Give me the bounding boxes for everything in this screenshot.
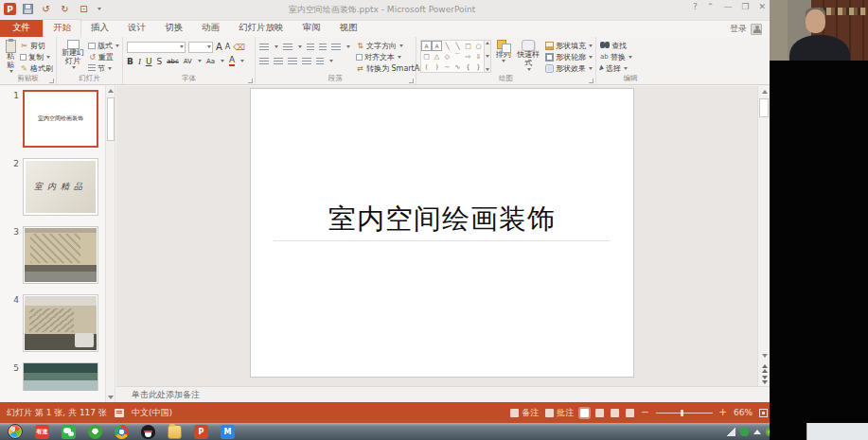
italic-button[interactable]: I (138, 57, 141, 66)
slide-3-thumbnail[interactable] (23, 226, 98, 284)
next-slide-button[interactable] (762, 376, 768, 384)
zoom-slider-thumb[interactable] (681, 410, 683, 416)
increase-indent-icon[interactable] (319, 44, 327, 51)
language-indicator[interactable]: 中文(中国) (132, 407, 172, 419)
browser-360-app-icon[interactable] (88, 425, 102, 439)
replace-button[interactable]: ab替换 (600, 51, 662, 62)
shape-rect2-icon[interactable]: □ (421, 51, 432, 62)
select-button[interactable]: 选择 (600, 62, 662, 74)
cut-button[interactable]: ✂剪切 (20, 40, 53, 51)
file-explorer-icon[interactable] (168, 425, 182, 439)
shape-rect-icon[interactable]: □ (463, 41, 473, 51)
shape-oval-icon[interactable]: ○ (473, 41, 484, 51)
zoom-percentage[interactable]: 66% (734, 408, 753, 417)
close-button[interactable]: ✕ (758, 2, 766, 11)
tray-expand-icon[interactable] (753, 430, 761, 434)
shape-diamond-icon[interactable]: ◇ (442, 51, 452, 62)
blue-m-app-icon[interactable]: M (221, 425, 235, 439)
align-left-icon[interactable] (259, 58, 269, 65)
drawing-dialog-launcher[interactable] (589, 79, 593, 83)
shape-textbox2-icon[interactable]: A (432, 41, 442, 51)
tab-insert[interactable]: 插入 (81, 20, 118, 37)
thumb-scroll-thumb[interactable] (107, 97, 115, 141)
paragraph-dialog-launcher[interactable] (409, 79, 414, 83)
thumbnail-scrollbar[interactable] (106, 86, 115, 402)
slide-4-thumbnail[interactable] (23, 294, 98, 352)
clear-formatting-button[interactable]: ⌫ (233, 43, 245, 52)
comments-toggle-button[interactable]: 批注 (545, 407, 574, 419)
align-right-icon[interactable] (288, 58, 297, 65)
shapes-gallery[interactable]: A A ╲ ╲ □ ○ □ △ ◇ ⌒ ⇨ ⇩ ( (420, 40, 485, 73)
normal-view-button[interactable] (580, 409, 589, 417)
slide-1-thumbnail[interactable]: 室内空间绘画装饰 (23, 90, 98, 148)
shape-brace-close-icon[interactable]: } (473, 62, 484, 72)
vertical-scrollbar[interactable] (757, 86, 770, 386)
paste-button[interactable]: 粘贴 (4, 40, 17, 75)
shape-fill-button[interactable]: 形状填充 (545, 40, 593, 51)
fit-to-window-button[interactable] (759, 409, 768, 417)
wechat-app-icon[interactable] (62, 425, 76, 439)
scroll-thumb[interactable] (759, 98, 769, 117)
help-button[interactable]: ? (693, 2, 698, 11)
current-slide[interactable]: 室内空间绘画装饰 (250, 88, 634, 378)
volume-icon[interactable] (727, 428, 735, 436)
tab-transitions[interactable]: 切换 (155, 20, 192, 37)
slide-2-thumbnail[interactable]: 室内精品 (23, 158, 98, 216)
arrange-button[interactable]: 排列 (495, 40, 512, 75)
shape-curve-icon[interactable]: ~ (442, 62, 452, 72)
tab-view[interactable]: 视图 (330, 20, 367, 37)
tab-home[interactable]: 开始 (43, 19, 81, 37)
bold-button[interactable]: B (127, 57, 133, 66)
tab-design[interactable]: 设计 (118, 20, 155, 37)
font-color-button[interactable]: A (229, 56, 235, 66)
chrome-app-icon[interactable] (115, 425, 129, 439)
slide-title-text[interactable]: 室内空间绘画装饰 (251, 201, 633, 238)
reading-view-button[interactable] (611, 409, 619, 417)
grow-font-button[interactable]: A (216, 42, 222, 52)
notes-toggle-button[interactable]: 备注 (510, 407, 539, 419)
font-dialog-launcher[interactable] (248, 79, 253, 83)
change-case-button[interactable]: Aa (206, 58, 215, 65)
previous-slide-button[interactable] (762, 364, 768, 373)
slideshow-view-button[interactable] (626, 409, 634, 417)
strikethrough-button[interactable]: abc (167, 58, 179, 65)
align-center-icon[interactable] (274, 58, 283, 65)
font-name-combo[interactable] (127, 42, 186, 53)
shrink-font-button[interactable]: A (225, 43, 230, 51)
shape-paren-close-icon[interactable]: ) (432, 62, 442, 72)
tab-slideshow[interactable]: 幻灯片放映 (229, 20, 293, 37)
powerpoint-taskbar-icon[interactable]: P (194, 425, 208, 439)
notes-placeholder[interactable]: 单击此处添加备注 (132, 389, 200, 401)
copy-button[interactable]: 复制 (20, 51, 53, 62)
minimize-button[interactable]: — (723, 2, 732, 11)
bullets-icon[interactable] (259, 44, 269, 51)
slide-sorter-view-button[interactable] (595, 409, 604, 417)
format-painter-button[interactable]: ✎格式刷 (20, 62, 53, 74)
tab-review[interactable]: 审阅 (293, 20, 330, 37)
quick-styles-button[interactable]: 快速样式 (516, 40, 541, 75)
justify-icon[interactable] (302, 58, 311, 65)
restore-button[interactable]: ❐ (741, 2, 749, 11)
security-shield-icon[interactable] (740, 428, 749, 436)
zoom-out-button[interactable]: − (641, 408, 648, 417)
find-button[interactable]: 查找 (600, 40, 662, 51)
tab-animations[interactable]: 动画 (192, 20, 229, 37)
notes-pane[interactable]: 单击此处添加备注 (116, 386, 770, 402)
numbering-icon[interactable] (283, 44, 292, 51)
zoom-slider[interactable] (656, 413, 713, 414)
new-slide-button[interactable]: 新建幻灯片 (61, 40, 85, 75)
section-button[interactable]: 节 (88, 62, 119, 74)
start-button[interactable] (8, 424, 23, 439)
line-spacing-icon[interactable] (331, 44, 341, 51)
shapes-gallery-scroll[interactable] (485, 40, 491, 73)
webcam-overlay-window[interactable] (770, 0, 868, 440)
thumb-scroll-down-icon[interactable] (106, 393, 115, 402)
shape-triangle-icon[interactable]: △ (432, 51, 442, 62)
qq-app-icon[interactable] (141, 425, 155, 439)
slide-5-thumbnail[interactable] (23, 362, 98, 391)
shape-line2-icon[interactable]: ╲ (452, 41, 463, 51)
shape-paren-open-icon[interactable]: ( (421, 62, 432, 72)
shape-outline-button[interactable]: 形状轮廓 (545, 51, 593, 62)
underline-button[interactable]: U (146, 57, 152, 66)
shape-arc-icon[interactable]: ⌒ (452, 51, 463, 62)
